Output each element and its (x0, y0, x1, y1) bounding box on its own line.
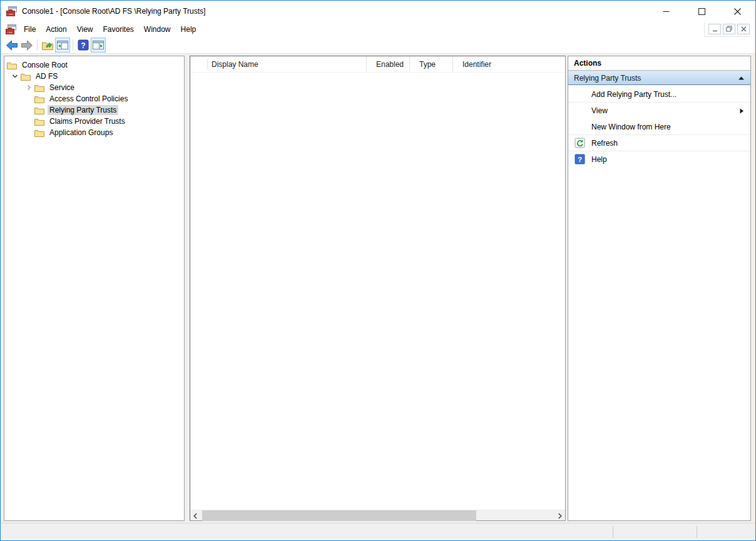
tree-item-label: Claims Provider Trusts (48, 116, 127, 126)
folder-icon (34, 95, 44, 103)
menu-item-action[interactable]: Action (41, 23, 71, 36)
tree-item-label: Console Root (20, 60, 69, 70)
folder-icon (34, 129, 44, 137)
up-one-level-button[interactable] (40, 38, 55, 53)
chevron-right-icon[interactable] (23, 82, 34, 93)
actions-panel: Actions Relying Party Trusts Add Relying… (568, 56, 751, 521)
action-view[interactable]: View (568, 103, 750, 119)
expander-spacer (23, 104, 34, 116)
show-hide-console-tree-button[interactable] (55, 38, 70, 53)
tree-item-console-root[interactable]: Console Root (4, 59, 184, 71)
window-title: Console1 - [Console Root\AD FS \Relying … (22, 7, 205, 16)
child-close-button[interactable] (737, 24, 750, 34)
expander-spacer (23, 93, 34, 104)
expander-spacer (23, 127, 34, 138)
toolbar-separator (73, 39, 73, 51)
action-group-relying-party-trusts[interactable]: Relying Party Trusts (568, 71, 750, 85)
folder-icon (34, 106, 44, 114)
help-icon: ? (575, 154, 585, 164)
help-toolbar-icon: ? (78, 39, 89, 51)
forward-arrow-icon (21, 40, 33, 51)
back-arrow-icon (6, 40, 18, 51)
action-label: Add Relying Party Trust... (591, 90, 677, 99)
action-label: New Window from Here (591, 123, 671, 131)
folder-icon (34, 118, 44, 126)
actions-panel-title: Actions (568, 56, 750, 71)
folder-up-arrow-icon (41, 40, 54, 51)
content-area: Console RootAD FSServiceAccess Control P… (1, 54, 755, 523)
tree-item-label: Access Control Policies (48, 94, 130, 104)
menu-item-file[interactable]: File (19, 23, 41, 36)
results-list-panel: Display NameEnabledTypeIdentifier (190, 56, 566, 521)
horizontal-scrollbar[interactable] (190, 510, 565, 520)
tree-item-application-groups[interactable]: Application Groups (4, 127, 184, 138)
action-help[interactable]: ?Help (568, 151, 750, 168)
console-tree-panel: Console RootAD FSServiceAccess Control P… (4, 56, 185, 521)
tree-item-label: AD FS (34, 71, 59, 81)
menu-item-favorites[interactable]: Favorites (98, 23, 139, 36)
toolbar-separator (37, 39, 38, 51)
action-items: Add Relying Party Trust...ViewNew Window… (568, 85, 750, 168)
status-bar-divider (697, 526, 697, 538)
tree-item-label: Service (48, 83, 76, 93)
tree-item-service[interactable]: Service (4, 82, 184, 93)
scroll-right-arrow-icon[interactable] (554, 510, 565, 521)
child-restore-button[interactable] (723, 24, 735, 34)
mmc-console-icon (6, 24, 16, 34)
back-button[interactable] (4, 38, 19, 53)
scroll-left-arrow-icon[interactable] (190, 510, 201, 521)
menu-item-view[interactable]: View (72, 23, 98, 36)
console-tree-icon (56, 40, 69, 50)
scrollbar-thumb[interactable] (202, 510, 476, 521)
list-body (190, 73, 565, 510)
action-refresh[interactable]: Refresh (568, 135, 750, 151)
forward-button[interactable] (19, 38, 34, 53)
close-button[interactable] (720, 1, 755, 22)
action-group-label: Relying Party Trusts (574, 74, 738, 83)
action-label: Refresh (591, 139, 618, 148)
child-minimize-button[interactable] (708, 24, 721, 34)
status-bar-divider (613, 526, 613, 538)
action-pane-icon (92, 40, 105, 50)
action-new-window-from-here[interactable]: New Window from Here (568, 119, 750, 135)
mdi-window-controls (704, 23, 750, 37)
menu-items: FileActionViewFavoritesWindowHelp (19, 23, 201, 36)
help-button[interactable]: ? (76, 38, 91, 53)
tree-item-access-control-policies[interactable]: Access Control Policies (4, 93, 184, 104)
menu-item-window[interactable]: Window (139, 23, 176, 36)
list-column-headers: Display NameEnabledTypeIdentifier (190, 56, 565, 73)
folder-icon (21, 73, 31, 81)
show-hide-action-pane-button[interactable] (91, 38, 106, 53)
svg-text:?: ? (81, 41, 85, 50)
expander-spacer (23, 116, 34, 127)
status-bar (1, 523, 755, 540)
submenu-right-triangle-icon (739, 108, 744, 114)
title-bar: Console1 - [Console Root\AD FS \Relying … (1, 1, 755, 22)
action-label: View (591, 106, 608, 115)
maximize-button[interactable] (684, 1, 720, 22)
svg-text:?: ? (578, 156, 582, 163)
tree-item-label: Application Groups (48, 128, 115, 138)
column-header-identifier[interactable]: Identifier (452, 56, 565, 72)
menu-item-help[interactable]: Help (176, 23, 202, 36)
tree-item-label: Relying Party Trusts (48, 105, 118, 115)
menu-bar: FileActionViewFavoritesWindowHelp (1, 22, 755, 37)
action-label: Help (591, 155, 607, 164)
folder-icon (7, 61, 17, 69)
action-add-relying-party-trust[interactable]: Add Relying Party Trust... (568, 86, 750, 103)
tree-item-ad-fs[interactable]: AD FS (4, 71, 184, 82)
folder-icon (34, 84, 44, 92)
column-header-type[interactable]: Type (409, 56, 452, 72)
refresh-icon (575, 138, 585, 148)
column-header-enabled[interactable]: Enabled (366, 56, 409, 72)
column-header-display-name[interactable]: Display Name (208, 56, 366, 72)
toolbar: ? (1, 37, 755, 54)
tree-item-relying-party-trusts[interactable]: Relying Party Trusts (4, 104, 184, 116)
collapse-up-triangle-icon[interactable] (738, 74, 745, 83)
chevron-down-icon[interactable] (9, 71, 21, 82)
window-controls (648, 1, 755, 22)
column-header-icon-spacer (190, 59, 208, 69)
tree-item-claims-provider-trusts[interactable]: Claims Provider Trusts (4, 116, 184, 127)
mmc-toolbox-icon (6, 6, 17, 16)
minimize-button[interactable] (648, 1, 684, 22)
